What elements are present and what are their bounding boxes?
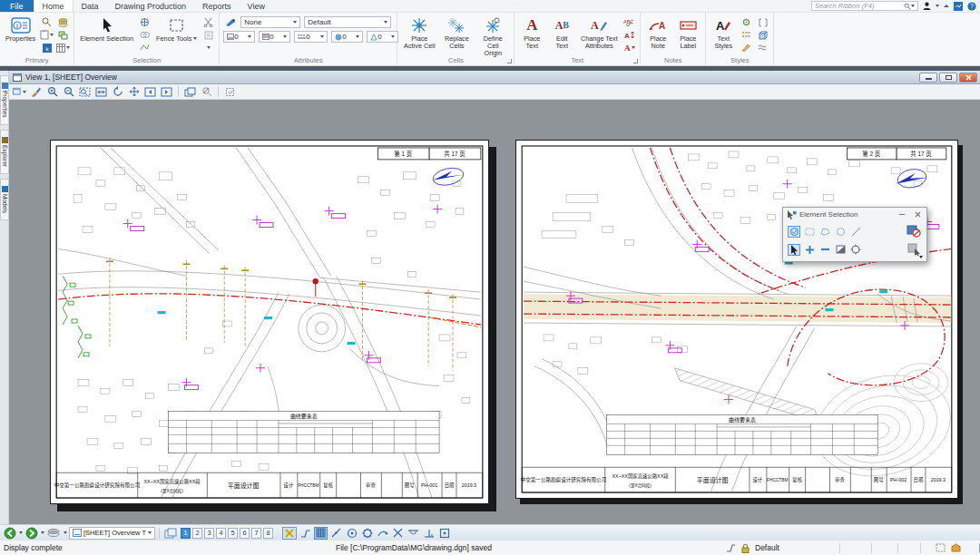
tab-file[interactable]: File (0, 0, 34, 12)
user-icon[interactable] (923, 2, 931, 11)
snap-bisector-icon[interactable] (376, 527, 389, 540)
dialog-minimize-icon[interactable] (897, 210, 907, 219)
element-selection-button[interactable]: Element Selection (78, 15, 135, 44)
minimize-ribbon-icon[interactable] (944, 5, 949, 7)
element-selection-dialog[interactable]: Element Selection (782, 207, 927, 262)
view-maximize-button[interactable] (939, 73, 957, 83)
select-all-handles-icon[interactable] (906, 242, 922, 257)
snap-keypoint-icon[interactable] (314, 527, 328, 540)
replace-cells-button[interactable]: Replace Cells (440, 15, 473, 51)
tab-home[interactable]: Home (34, 0, 74, 12)
place-note-button[interactable]: A Place Note (644, 15, 671, 51)
view-toggle-4[interactable]: 4 (216, 528, 226, 539)
selection-mode-shape-icon[interactable] (818, 226, 831, 238)
selection-mode-block-icon[interactable] (803, 226, 816, 238)
fence-more-icon[interactable] (201, 42, 215, 54)
select-cell-icon[interactable] (138, 42, 152, 54)
pan-view-icon[interactable] (127, 85, 141, 98)
snap-mode-status-icon[interactable] (726, 543, 736, 552)
clip-mask-icon[interactable] (223, 85, 237, 98)
snap-midpoint-icon[interactable] (329, 527, 343, 540)
selection-method-add-icon[interactable] (803, 244, 816, 256)
element-template-combo[interactable]: None (240, 16, 300, 28)
place-text-button[interactable]: A Place Text (518, 15, 545, 51)
dialog-close-icon[interactable] (912, 210, 923, 219)
fence-status-icon[interactable] (951, 543, 961, 552)
ribbon-search-input[interactable]: Search Ribbon (F4) (811, 1, 918, 11)
sheet-1[interactable]: 曲线要素表 中交第一公路勘察设计研究院有限公司 XX~XX国家高速公路XX段 (… (50, 140, 489, 504)
snap-perpendicular-icon[interactable] (422, 527, 436, 540)
copy-view-icon[interactable] (183, 85, 197, 98)
models-grid-icon[interactable] (56, 42, 70, 54)
scissors-icon[interactable] (201, 16, 215, 28)
fence-tools-button[interactable]: Fence Tools (154, 15, 199, 44)
active-priority-combo[interactable]: 0 (367, 31, 398, 43)
active-level-status[interactable]: Default (755, 543, 779, 552)
cells-dialog-launcher[interactable] (507, 59, 512, 63)
view-toggle-1[interactable]: 1 (181, 528, 191, 539)
active-color-combo[interactable]: 0 (259, 31, 290, 43)
view-previous-icon[interactable] (143, 85, 157, 98)
search-caret-icon[interactable] (911, 5, 915, 7)
view-toggle-3[interactable]: 3 (204, 528, 214, 539)
place-label-button[interactable]: Place Label (674, 15, 701, 51)
view-previous-nav-icon[interactable] (3, 527, 17, 540)
view-groups-icon[interactable] (163, 527, 179, 540)
saved-views-caret-icon[interactable] (64, 531, 67, 534)
drawing-canvas[interactable]: 曲线要素表 中交第一公路勘察设计研究院有限公司 XX~XX国家高速公路XX段 (… (9, 100, 980, 524)
lock-status-icon[interactable] (741, 543, 750, 553)
view-attributes-icon[interactable] (13, 85, 26, 98)
select-circle-icon[interactable] (138, 29, 152, 41)
key-in-icon[interactable]: k (40, 42, 54, 54)
view-next-icon[interactable] (160, 85, 173, 98)
references-icon[interactable] (56, 29, 70, 41)
zoom-out-icon[interactable] (62, 85, 75, 98)
change-text-attributes-button[interactable]: A Change Text Attributes (578, 15, 620, 51)
view-window-titlebar[interactable]: View 1, [SHEET] Overview (9, 71, 980, 84)
rotate-view-icon[interactable] (111, 85, 124, 98)
clipboard-icon[interactable] (40, 29, 54, 41)
snap-tangent-icon[interactable] (407, 527, 420, 540)
style-cube-icon[interactable] (756, 29, 769, 41)
snap-origin-icon[interactable] (360, 527, 374, 540)
selection-method-subtract-icon[interactable] (818, 244, 831, 256)
active-style-combo[interactable]: Default (304, 16, 391, 28)
snap-nearest-icon[interactable] (299, 527, 312, 540)
fence-clip-icon[interactable] (201, 29, 215, 41)
spell-check-icon[interactable]: ABC (622, 16, 636, 28)
selection-method-invert-icon[interactable] (834, 244, 847, 256)
window-area-icon[interactable] (78, 85, 92, 98)
text-more-icon[interactable]: A (622, 42, 636, 54)
view-toggle-2[interactable]: 2 (192, 528, 202, 539)
tab-view[interactable]: View (240, 0, 273, 12)
active-model-selector[interactable]: [SHEET] Overview T (69, 527, 155, 540)
element-selection-dialog-titlebar[interactable]: Element Selection (783, 208, 926, 221)
snap-center-icon[interactable] (345, 527, 358, 540)
define-cell-origin-button[interactable]: Define Cell Origin (475, 15, 510, 58)
selection-method-new-icon[interactable] (788, 244, 800, 256)
text-styles-button[interactable]: A Text Styles (710, 15, 737, 51)
style-pen-icon[interactable] (740, 42, 753, 54)
view-toggle-5[interactable]: 5 (228, 528, 238, 539)
update-view-icon[interactable] (29, 85, 43, 98)
zoom-in-icon[interactable] (45, 85, 59, 98)
connect-icon[interactable] (954, 2, 963, 11)
view-next-nav-icon[interactable] (24, 527, 39, 540)
view-close-button[interactable] (959, 73, 977, 83)
properties-button[interactable]: i Properties (4, 15, 37, 44)
edit-text-button[interactable]: AB Edit Text (548, 15, 575, 51)
active-level-combo[interactable]: 0 (223, 31, 255, 43)
saved-views-icon[interactable] (46, 527, 62, 540)
active-linestyle-combo[interactable]: 0 (294, 31, 328, 43)
sheet-2[interactable]: 曲线要素表 中交第一公路勘察设计研究院有限公司 XX~XX国家高速公路XX段 (… (515, 140, 958, 499)
user-caret-icon[interactable] (936, 5, 939, 7)
help-icon[interactable]: ? (967, 2, 976, 11)
view-toggle-8[interactable]: 8 (263, 528, 273, 539)
select-by-attributes-icon[interactable] (138, 16, 152, 28)
active-transparency-combo[interactable]: 0 (331, 31, 363, 43)
snap-intersection-icon[interactable] (391, 527, 405, 540)
style-list-icon[interactable] (740, 29, 753, 41)
view-toggle-7[interactable]: 7 (251, 528, 261, 539)
place-active-cell-button[interactable]: Place Active Cell (401, 15, 437, 51)
selection-mode-circle-icon[interactable] (834, 226, 847, 238)
